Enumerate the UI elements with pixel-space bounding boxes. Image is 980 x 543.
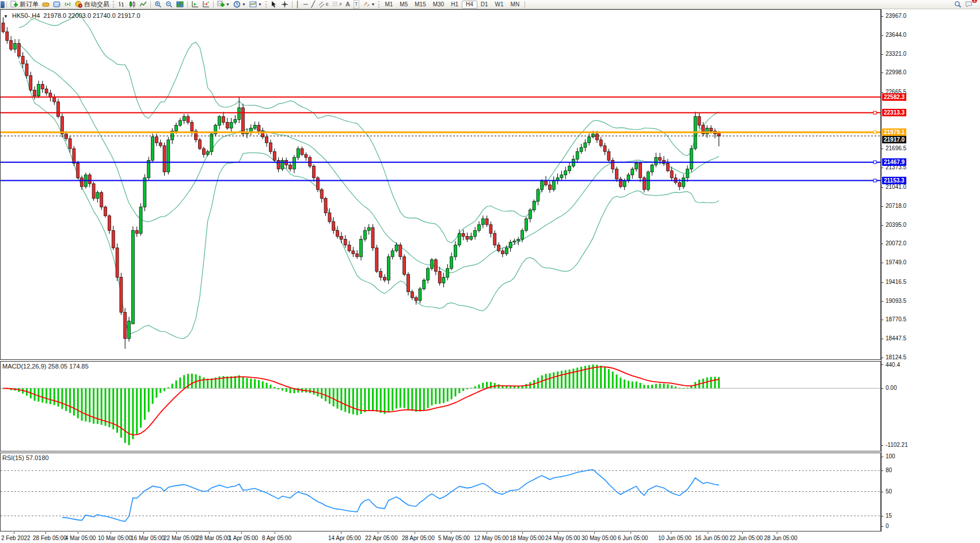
horizontal-lines[interactable]: [1, 97, 880, 183]
channel-tool-button[interactable]: E: [317, 0, 331, 9]
drag-handle[interactable]: [378, 1, 379, 7]
date-axis-label: 28 Apr 05:00: [402, 535, 435, 541]
new-order-button[interactable]: 新订单: [9, 0, 40, 9]
tf-h1[interactable]: H1: [447, 0, 462, 9]
date-axis-tick: [241, 532, 242, 534]
tf-d1[interactable]: D1: [477, 0, 492, 9]
toolbar: 新订单 自动交易: [0, 0, 980, 9]
date-axis-tick: [209, 532, 210, 534]
text-tool-icon: A: [345, 1, 350, 8]
line-handle: [873, 179, 876, 182]
candlestick-icon: [128, 1, 136, 8]
symbol-dropdown-caret[interactable]: ▼: [3, 14, 8, 19]
date-axis-tick: [558, 532, 559, 534]
main-chart-panel[interactable]: ▼ HK50-,H4 21978.0 22003.0 21740.0 21917…: [0, 9, 980, 360]
cursor-button[interactable]: [268, 0, 279, 9]
auto-scroll-icon: [202, 1, 210, 8]
search-button[interactable]: [952, 0, 963, 9]
date-axis-label: 14 Apr 05:00: [328, 535, 361, 541]
chat-button[interactable]: 1: [963, 0, 974, 9]
date-axis-tick: [14, 532, 14, 534]
shapes-button[interactable]: ▼: [361, 0, 377, 9]
zoom-in-button[interactable]: [153, 0, 164, 9]
date-axis-tick: [777, 532, 777, 534]
candlestick-chart[interactable]: [0, 9, 881, 360]
rsi-label: RSI(15) 57.0180: [2, 454, 49, 461]
profile-button[interactable]: [40, 0, 51, 9]
line-handle: [873, 131, 876, 134]
macd-chart[interactable]: [0, 361, 881, 451]
candlestick-button[interactable]: [127, 0, 138, 9]
channel-icon: [318, 1, 326, 8]
price-line-tag: 21979.1: [882, 128, 906, 136]
macd-axis-min: -1102.21: [886, 442, 908, 448]
price-axis-label: 21696.5: [886, 145, 906, 151]
price-axis-label: 23644.0: [886, 32, 906, 38]
search-icon: [954, 1, 962, 8]
date-axis-label: 10 Jun 05:00: [658, 535, 692, 541]
bar-chart-icon: [117, 1, 125, 8]
line-chart-icon: [139, 1, 147, 8]
label-tool-button[interactable]: T: [352, 0, 361, 9]
drag-handle[interactable]: [113, 1, 114, 7]
price-line-tag: 22313.3: [882, 109, 906, 116]
periods-button[interactable]: ▼: [231, 0, 248, 9]
date-axis-tick: [522, 532, 523, 534]
autotrade-icon: [75, 1, 82, 8]
bar-chart-button[interactable]: [116, 0, 127, 9]
price-axis-label: 19093.5: [886, 298, 906, 304]
tf-m15[interactable]: M15: [411, 0, 429, 9]
vline-tool-button[interactable]: │: [294, 0, 302, 9]
autotrade-button[interactable]: 自动交易: [73, 0, 111, 9]
indicators-button[interactable]: ▼: [215, 0, 231, 9]
line-chart-button[interactable]: [138, 0, 149, 9]
date-axis-label: 18 May 05:00: [510, 535, 545, 541]
hline-tool-button[interactable]: ─: [302, 0, 310, 9]
date-axis-tick: [341, 532, 341, 534]
date-axis-tick: [594, 532, 595, 534]
price-axis-label: 19749.0: [886, 259, 906, 265]
crosshair-button[interactable]: [279, 0, 290, 9]
date-axis-label: 5 May 05:00: [438, 535, 470, 541]
date-axis[interactable]: 2 Feb 202228 Feb 05:004 Mar 05:0010 Mar …: [0, 532, 980, 543]
price-axis-label: 18124.5: [886, 354, 906, 360]
tf-m5[interactable]: M5: [396, 0, 411, 9]
date-axis-label: 28 Jun 05:00: [764, 535, 797, 541]
date-axis-label: 2 Feb 2022: [1, 535, 31, 541]
shapes-icon: [363, 1, 370, 8]
auto-scroll-button[interactable]: [200, 0, 211, 9]
tf-w1[interactable]: W1: [492, 0, 507, 9]
signals-button[interactable]: [62, 0, 73, 9]
separator: [213, 1, 214, 8]
zoom-in-icon: [154, 1, 162, 8]
text-tool-button[interactable]: A: [344, 0, 352, 9]
date-axis-label: 22 Mar 05:00: [164, 535, 197, 541]
chart-shift-button[interactable]: [189, 0, 200, 9]
date-axis-label: 16 Mar 05:00: [131, 535, 165, 541]
zoom-out-button[interactable]: [164, 0, 174, 9]
date-axis-tick: [45, 532, 46, 534]
price-axis-label: 23321.0: [886, 51, 906, 57]
tf-h4[interactable]: H4: [462, 1, 477, 9]
macd-panel[interactable]: MACD(12,26,9) 258.05 174.85 440.40.00-11…: [0, 361, 980, 451]
tf-m30[interactable]: M30: [430, 0, 447, 9]
separator: [150, 1, 151, 8]
price-axis-label: 21041.0: [886, 184, 906, 190]
drag-handle[interactable]: [265, 1, 267, 7]
macd-histogram: [2, 364, 720, 445]
chart-shift-icon: [191, 1, 199, 8]
chart-title: ▼ HK50-,H4 21978.0 22003.0 21740.0 21917…: [3, 12, 140, 19]
templates-button[interactable]: ▼: [248, 0, 264, 9]
date-axis-label: 28 Feb 05:00: [33, 535, 67, 541]
tf-mn[interactable]: MN: [507, 0, 523, 9]
rsi-chart[interactable]: [0, 453, 881, 531]
tile-windows-button[interactable]: [174, 0, 185, 9]
dropdown-arrow: ▼: [242, 2, 246, 6]
rsi-panel[interactable]: RSI(15) 57.0180 1008050150: [0, 453, 980, 531]
market-watch-button[interactable]: [51, 0, 62, 9]
price-axis-label: 19416.5: [886, 279, 906, 285]
fibonacci-tool-button[interactable]: F: [331, 0, 344, 9]
tf-m1[interactable]: M1: [381, 0, 396, 9]
clipped-chart-icon[interactable]: [1, 1, 5, 8]
trendline-tool-button[interactable]: ╱: [309, 0, 317, 9]
